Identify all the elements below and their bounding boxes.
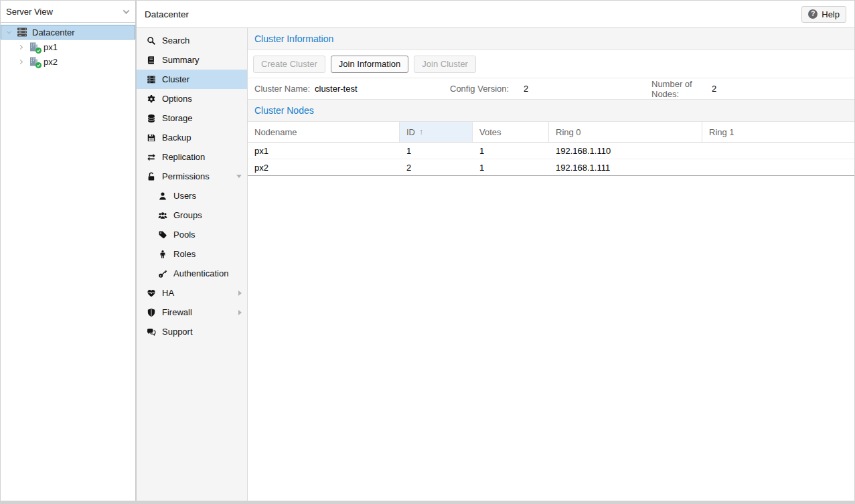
cell-ring0: 192.168.1.110	[549, 143, 702, 159]
resource-tree: Datacenter px1	[1, 23, 135, 69]
sidebar-item-storage[interactable]: Storage	[137, 108, 247, 128]
chevron-down-icon	[123, 7, 130, 14]
server-stack-icon	[146, 74, 156, 84]
sidebar-item-backup[interactable]: Backup	[137, 128, 247, 147]
sidebar-item-label: Options	[162, 94, 192, 104]
node-online-icon	[28, 41, 40, 52]
tree-node-px2[interactable]: px2	[1, 54, 135, 69]
view-selector-combo[interactable]: Server View	[1, 1, 135, 23]
cluster-summary-row: Cluster Name: cluster-test Config Versio…	[248, 78, 854, 100]
help-button-label: Help	[822, 9, 840, 19]
sidebar-item-label: Replication	[162, 152, 205, 162]
column-header-ring0[interactable]: Ring 0	[549, 122, 702, 142]
tree-node-px1[interactable]: px1	[1, 39, 135, 54]
column-header-ring1[interactable]: Ring 1	[702, 122, 854, 142]
sidebar-item-authentication[interactable]: Authentication	[137, 264, 247, 283]
join-information-button[interactable]: Join Information	[331, 56, 409, 73]
sidebar-item-label: HA	[162, 288, 174, 298]
heartbeat-icon	[146, 288, 156, 298]
user-icon	[157, 191, 167, 201]
sidebar-item-label: Summary	[162, 55, 200, 65]
table-row[interactable]: px1 1 1 192.168.1.110	[248, 143, 854, 159]
expander-open-icon[interactable]	[4, 31, 13, 34]
panel-title: Cluster Nodes	[254, 105, 314, 116]
tree-node-datacenter[interactable]: Datacenter	[1, 25, 135, 39]
sidebar-item-label: Authentication	[173, 268, 228, 278]
caret-right-icon	[238, 290, 242, 296]
sidebar-item-search[interactable]: Search	[137, 31, 247, 50]
datacenter-icon	[17, 27, 29, 37]
cluster-name-field: Cluster Name: cluster-test	[254, 84, 450, 94]
sidebar-item-label: Cluster	[162, 74, 189, 84]
gear-icon	[146, 94, 156, 104]
sidebar-item-label: Firewall	[162, 307, 192, 317]
sidebar-item-label: Pools	[173, 230, 196, 240]
sidebar-item-label: Search	[162, 35, 189, 46]
sidebar-item-label: Backup	[162, 133, 191, 143]
column-header-id[interactable]: ID ↑	[400, 122, 473, 142]
tree-node-label: px2	[44, 57, 58, 67]
table-header-row: Nodename ID ↑ Votes Ring 0	[248, 122, 854, 143]
column-header-votes[interactable]: Votes	[473, 122, 549, 142]
sidebar-item-groups[interactable]: Groups	[137, 205, 247, 225]
config-version-label: Config Version:	[450, 84, 524, 94]
sync-arrows-icon	[146, 152, 156, 162]
question-icon: ?	[808, 9, 818, 19]
resource-tree-panel: Server View Datacenter	[1, 1, 137, 501]
sidebar-item-permissions[interactable]: Permissions	[137, 167, 247, 186]
cell-ring1	[702, 143, 854, 159]
floppy-icon	[146, 133, 156, 143]
expander-closed-icon[interactable]	[15, 60, 25, 64]
caret-down-icon	[236, 175, 242, 178]
join-cluster-button: Join Cluster	[414, 56, 476, 73]
users-group-icon	[157, 210, 167, 220]
view-selector-value: Server View	[6, 7, 53, 17]
cell-ring1	[702, 159, 854, 175]
number-of-nodes-value: 2	[712, 84, 716, 94]
content-area: Cluster Information Create Cluster Join …	[248, 28, 854, 501]
help-button[interactable]: ? Help	[801, 6, 846, 23]
column-header-nodename[interactable]: Nodename	[248, 122, 400, 142]
sidebar-item-cluster[interactable]: Cluster	[137, 70, 247, 89]
status-ok-icon	[35, 48, 42, 54]
cluster-nodes-table: Nodename ID ↑ Votes Ring 0	[248, 122, 854, 176]
sidebar-item-firewall[interactable]: Firewall	[137, 303, 247, 322]
cluster-toolbar: Create Cluster Join Information Join Clu…	[248, 50, 854, 78]
number-of-nodes-field: Number of Nodes: 2	[651, 79, 716, 99]
cell-votes: 1	[473, 143, 549, 159]
sidebar-item-roles[interactable]: Roles	[137, 244, 247, 264]
shield-icon	[146, 307, 156, 317]
cluster-nodes-header: Cluster Nodes	[248, 100, 854, 122]
panel-title: Cluster Information	[254, 33, 333, 44]
book-icon	[146, 55, 156, 65]
sidebar-item-support[interactable]: Support	[137, 322, 247, 341]
sidebar-item-ha[interactable]: HA	[137, 283, 247, 303]
comments-icon	[146, 327, 156, 337]
tree-node-label: Datacenter	[32, 27, 75, 37]
cell-ring0: 192.168.1.111	[549, 159, 702, 175]
page-title: Datacenter	[145, 9, 189, 19]
sidebar-item-label: Roles	[173, 249, 196, 259]
sort-asc-icon: ↑	[419, 127, 423, 137]
status-ok-icon	[35, 62, 42, 68]
table-row[interactable]: px2 2 1 192.168.1.111	[248, 159, 854, 176]
sidebar-item-options[interactable]: Options	[137, 89, 247, 108]
caret-right-icon	[238, 310, 242, 315]
cell-votes: 1	[473, 159, 549, 175]
datacenter-menu: Search Summary Cluster	[137, 28, 248, 501]
expander-closed-icon[interactable]	[15, 46, 25, 49]
cluster-name-label: Cluster Name:	[254, 84, 315, 94]
search-icon	[146, 35, 156, 46]
sidebar-item-users[interactable]: Users	[137, 186, 247, 205]
person-icon	[157, 249, 167, 259]
sidebar-item-label: Groups	[173, 210, 202, 220]
sidebar-item-replication[interactable]: Replication	[137, 147, 247, 167]
create-cluster-button: Create Cluster	[253, 56, 325, 73]
cluster-information-header: Cluster Information	[248, 28, 854, 50]
proxmox-app: Server View Datacenter	[0, 0, 855, 504]
config-version-field: Config Version: 2	[450, 84, 651, 94]
sidebar-item-label: Users	[173, 191, 196, 201]
tag-icon	[157, 230, 167, 240]
sidebar-item-pools[interactable]: Pools	[137, 225, 247, 244]
sidebar-item-summary[interactable]: Summary	[137, 50, 247, 70]
